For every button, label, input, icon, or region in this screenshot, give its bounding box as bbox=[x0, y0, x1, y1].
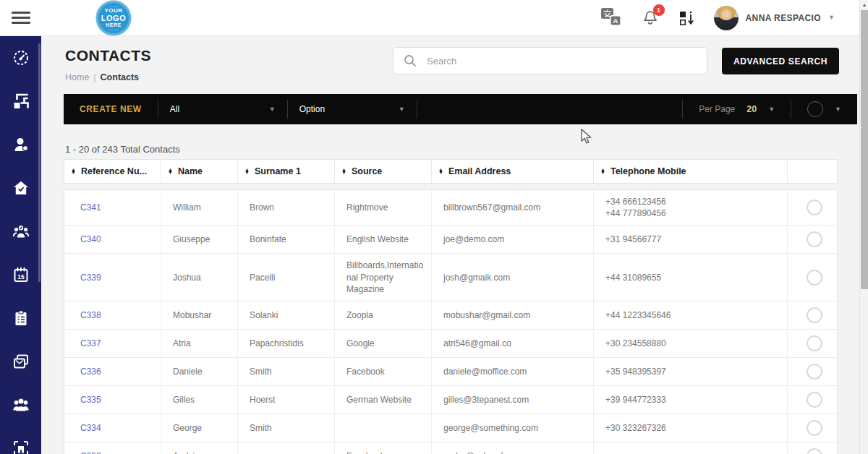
chevron-down-icon: ▼ bbox=[399, 106, 405, 113]
row-select-radio[interactable] bbox=[807, 200, 822, 215]
sort-icon[interactable]: ▲▼ bbox=[341, 168, 346, 175]
search-input[interactable] bbox=[427, 56, 697, 67]
chevron-down-icon: ▼ bbox=[768, 106, 775, 113]
sidebar-item-properties[interactable] bbox=[12, 179, 30, 197]
reference-link[interactable]: C339 bbox=[80, 272, 153, 283]
column-header-reference[interactable]: ▲▼ Reference Nu... bbox=[64, 160, 161, 183]
phone-cell bbox=[594, 442, 788, 454]
translate-letter: A bbox=[613, 17, 618, 25]
reference-link[interactable]: C338 bbox=[80, 309, 153, 321]
table-header: ▲▼ Reference Nu... ▲▼ Name ▲▼ Surname 1 … bbox=[64, 159, 838, 184]
team-check-icon bbox=[12, 223, 30, 240]
sort-icon[interactable]: ▲▼ bbox=[438, 168, 443, 175]
table-row: C337 Atria Papachristidis Google atri546… bbox=[64, 330, 837, 358]
email-cell: joe@demo.com bbox=[432, 226, 594, 253]
name-cell: Mobushar bbox=[161, 301, 238, 329]
phone-cell: +30 323267326 bbox=[594, 414, 788, 442]
advanced-search-button[interactable]: ADVANCED SEARCH bbox=[722, 48, 839, 74]
row-select-radio[interactable] bbox=[807, 335, 822, 351]
surname-cell: Smith bbox=[238, 414, 335, 442]
toolbar-divider bbox=[417, 100, 417, 119]
name-cell: Giuseppe bbox=[161, 226, 238, 253]
row-select-radio[interactable] bbox=[807, 420, 822, 436]
sidebar-item-groups[interactable] bbox=[12, 396, 30, 414]
notifications-bell-icon[interactable]: 1 bbox=[642, 9, 659, 27]
page-title: CONTACTS bbox=[65, 47, 151, 64]
option-dropdown[interactable]: Option ▼ bbox=[288, 104, 417, 114]
vertical-scrollbar[interactable]: ▲ bbox=[859, 0, 868, 454]
name-cell: Joshua bbox=[161, 254, 238, 301]
user-menu[interactable]: ANNA RESPACIO ▼ bbox=[714, 6, 835, 30]
reference-link[interactable]: C335 bbox=[80, 394, 153, 406]
row-select-radio[interactable] bbox=[807, 307, 822, 323]
chevron-down-icon: ▼ bbox=[269, 106, 276, 113]
row-select-radio[interactable] bbox=[807, 270, 822, 286]
user-name: ANNA RESPACIO bbox=[746, 13, 822, 23]
search-icon bbox=[404, 54, 417, 67]
column-header-surname[interactable]: ▲▼ Surname 1 bbox=[238, 160, 335, 183]
sidebar-item-building[interactable] bbox=[12, 440, 30, 454]
sort-icon[interactable]: ▲▼ bbox=[71, 168, 76, 175]
email-cell: billbrown567@gmail.com bbox=[432, 190, 594, 225]
bulk-select-dropdown[interactable]: ▼ bbox=[791, 101, 857, 117]
filter-all-dropdown[interactable]: All ▼ bbox=[158, 104, 287, 114]
sidebar-item-team[interactable] bbox=[12, 223, 30, 240]
table-row: C336 Daniele Smith Facebook daniele@moff… bbox=[64, 358, 837, 386]
sidebar-item-contacts[interactable] bbox=[12, 136, 30, 153]
create-new-button[interactable]: CREATE NEW bbox=[64, 104, 158, 114]
row-select-radio[interactable] bbox=[807, 448, 822, 454]
row-select-radio[interactable] bbox=[807, 231, 822, 247]
phone-cell: +31 94566777 bbox=[594, 226, 788, 253]
sort-icon[interactable]: ▲▼ bbox=[600, 168, 605, 175]
per-page-value: 20 bbox=[746, 104, 757, 114]
sidebar-item-mail[interactable] bbox=[12, 353, 30, 370]
sidebar-item-calendar[interactable]: 15 bbox=[12, 266, 30, 283]
phone-cell: +30 234558880 bbox=[594, 330, 788, 357]
mail-icon bbox=[12, 353, 30, 370]
surname-cell: Boninfate bbox=[238, 226, 335, 253]
group-icon bbox=[12, 396, 30, 414]
reference-link[interactable]: C337 bbox=[80, 338, 153, 349]
source-cell: Rightmove bbox=[335, 190, 432, 225]
sidebar-item-modules[interactable] bbox=[12, 93, 30, 110]
filter-all-value: All bbox=[170, 104, 179, 114]
sidebar: 15 bbox=[0, 36, 41, 454]
surname-cell: Solanki bbox=[238, 301, 335, 329]
per-page-dropdown[interactable]: Per Page 20 ▼ bbox=[683, 104, 791, 114]
source-cell: Zoopla bbox=[335, 301, 432, 329]
topbar: YOUR LOGO HERE A 1 bbox=[0, 0, 859, 36]
column-header-email[interactable]: ▲▼ Email Address bbox=[432, 160, 594, 183]
per-page-label: Per Page bbox=[699, 104, 735, 114]
source-cell: Billboards,International Property Magazi… bbox=[335, 254, 432, 301]
bulk-select-circle[interactable] bbox=[807, 101, 823, 117]
table-body: C341 William Brown Rightmove billbrown56… bbox=[64, 189, 838, 454]
sidebar-item-tasks[interactable] bbox=[12, 309, 30, 327]
reference-link[interactable]: C341 bbox=[80, 202, 153, 213]
sidebar-scrollbar[interactable] bbox=[38, 43, 41, 282]
scrollbar-up-arrow[interactable]: ▲ bbox=[860, 2, 868, 7]
column-header-phone[interactable]: ▲▼ Telephone Mobile bbox=[594, 160, 788, 183]
email-cell: josh@gmaik.com bbox=[432, 254, 594, 301]
reference-link[interactable]: C333 bbox=[80, 450, 153, 454]
column-header-name[interactable]: ▲▼ Name bbox=[161, 160, 238, 183]
source-cell: Facebook bbox=[335, 358, 432, 385]
reference-link[interactable]: C334 bbox=[80, 422, 153, 434]
name-cell: Atria bbox=[161, 330, 238, 357]
reference-link[interactable]: C336 bbox=[80, 366, 153, 377]
company-logo[interactable]: YOUR LOGO HERE bbox=[96, 1, 131, 35]
column-header-source[interactable]: ▲▼ Source bbox=[335, 160, 432, 183]
menu-icon[interactable] bbox=[12, 9, 30, 27]
search-box bbox=[393, 47, 707, 74]
row-select-radio[interactable] bbox=[807, 364, 822, 380]
column-sort-icon[interactable] bbox=[678, 9, 695, 27]
table-row: C339 Joshua Pacelli Billboards,Internati… bbox=[64, 254, 837, 301]
translate-icon[interactable]: A bbox=[601, 8, 623, 27]
phone-cell: +39 944772333 bbox=[594, 386, 788, 414]
scrollbar-thumb[interactable] bbox=[861, 10, 868, 289]
breadcrumb-home-link[interactable]: Home bbox=[65, 72, 89, 82]
row-select-radio[interactable] bbox=[807, 392, 822, 408]
sort-icon[interactable]: ▲▼ bbox=[244, 168, 250, 175]
sort-icon[interactable]: ▲▼ bbox=[168, 168, 173, 175]
sidebar-item-dashboard[interactable] bbox=[12, 49, 30, 67]
reference-link[interactable]: C340 bbox=[80, 234, 153, 245]
